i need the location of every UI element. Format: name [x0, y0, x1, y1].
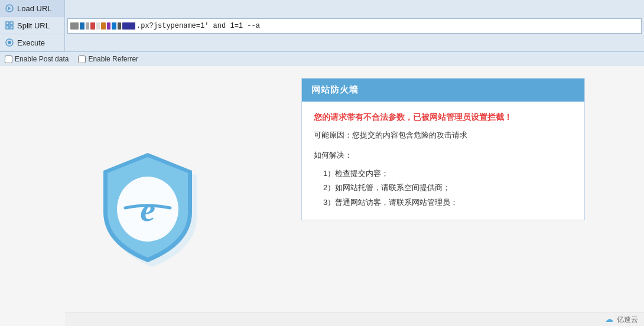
color-block-9 — [118, 22, 121, 30]
color-block-3 — [86, 22, 89, 30]
load-url-icon — [5, 4, 14, 13]
step-2: 2）如网站托管，请联系空间提供商； — [314, 181, 573, 195]
shield-illustration: e — [89, 144, 207, 262]
solution-title: 如何解决： — [314, 150, 573, 161]
svg-rect-1 — [6, 22, 9, 25]
bottom-bar: ☁ 亿速云 — [65, 312, 644, 326]
load-url-label: Load URL — [17, 4, 52, 13]
execute-label: Execute — [17, 38, 45, 47]
reason-text: 您提交的内容包含危险的攻击请求 — [352, 131, 467, 139]
firewall-body: 您的请求带有不合法参数，已被网站管理员设置拦截！ 可能原因：您提交的内容包含危险… — [302, 102, 584, 220]
firewall-title: 网站防火墙 — [311, 84, 359, 94]
firewall-warning: 您的请求带有不合法参数，已被网站管理员设置拦截！ — [314, 111, 573, 123]
enable-referrer-label[interactable]: Enable Referrer — [78, 55, 138, 63]
firewall-steps: 1）检查提交内容； 2）如网站托管，请联系空间提供商； 3）普通网站访客，请联系… — [314, 167, 573, 210]
load-url-button[interactable]: Load URL — [0, 0, 64, 17]
reason-prefix: 可能原因： — [314, 131, 352, 139]
color-block-2 — [80, 22, 84, 30]
color-block-5 — [96, 22, 100, 30]
watermark-icon: ☁ — [605, 314, 613, 324]
enable-referrer-checkbox[interactable] — [78, 56, 86, 63]
split-url-icon — [5, 21, 14, 30]
color-block-8 — [112, 22, 116, 30]
firewall-header: 网站防火墙 — [302, 79, 584, 102]
svg-rect-4 — [10, 26, 13, 29]
enable-post-data-label[interactable]: Enable Post data — [5, 55, 69, 63]
shield-svg: e — [89, 144, 207, 274]
watermark-text: ☁ 亿速云 — [605, 314, 638, 325]
sidebar-buttons: Load URL Split URL Execute — [0, 0, 65, 51]
color-block-6 — [101, 22, 106, 30]
step-3: 3）普通网站访客，请联系网站管理员； — [314, 195, 573, 210]
firewall-box: 网站防火墙 您的请求带有不合法参数，已被网站管理员设置拦截！ 可能原因：您提交的… — [301, 78, 585, 220]
url-area — [65, 0, 644, 51]
svg-rect-2 — [10, 22, 13, 25]
enable-referrer-text: Enable Referrer — [88, 55, 138, 63]
left-illustration: e — [0, 66, 295, 326]
url-input[interactable] — [135, 22, 639, 30]
firewall-panel: 网站防火墙 您的请求带有不合法参数，已被网站管理员设置拦截！ 可能原因：您提交的… — [295, 66, 644, 326]
url-row — [67, 1, 642, 50]
color-block-10 — [122, 22, 135, 30]
url-input-wrapper — [67, 18, 642, 34]
main-content: e 网站防火墙 您的请求带有不合法参数，已被网站管理员设置拦截！ 可能原因：您提… — [0, 66, 644, 326]
split-url-button[interactable]: Split URL — [0, 17, 64, 34]
step-1: 1）检查提交内容； — [314, 167, 573, 181]
options-row: Enable Post data Enable Referrer — [0, 51, 644, 66]
toolbar: Load URL Split URL Execute — [0, 0, 644, 51]
split-url-label: Split URL — [17, 21, 50, 30]
execute-icon — [5, 38, 14, 47]
color-block-4 — [90, 22, 95, 30]
color-block-1 — [70, 22, 79, 30]
svg-text:e: e — [140, 190, 155, 229]
execute-button[interactable]: Execute — [0, 34, 64, 51]
url-colored-prefix — [70, 22, 135, 30]
enable-post-data-checkbox[interactable] — [5, 56, 12, 63]
svg-point-6 — [8, 41, 11, 44]
enable-post-data-text: Enable Post data — [15, 55, 69, 63]
color-block-7 — [107, 22, 110, 30]
svg-rect-3 — [6, 26, 9, 29]
firewall-reason: 可能原因：您提交的内容包含危险的攻击请求 — [314, 129, 573, 142]
